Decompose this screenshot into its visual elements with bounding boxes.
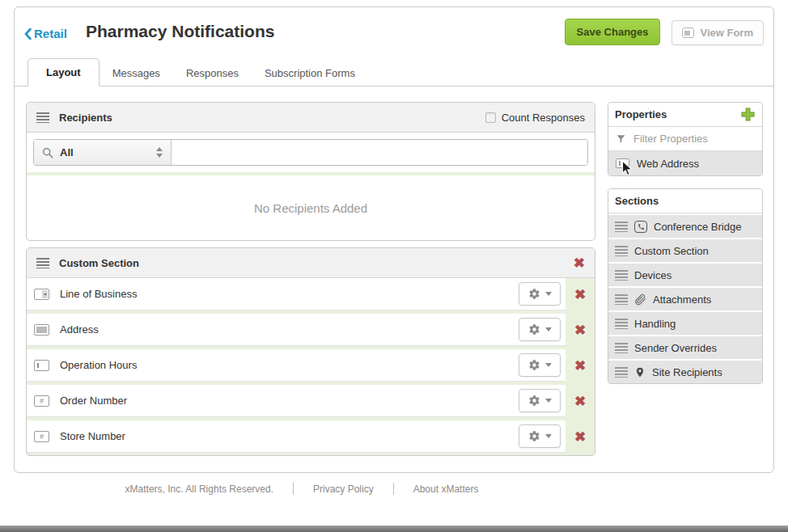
phone-icon <box>634 221 647 233</box>
property-row: Line of Business ✖ <box>27 278 595 310</box>
property-settings-button[interactable] <box>519 424 561 448</box>
property-settings-button[interactable] <box>519 318 561 341</box>
section-item-site-recipients[interactable]: Site Recipients <box>608 359 762 383</box>
filter-icon <box>616 133 626 144</box>
custom-section-header: Custom Section ✖ <box>27 248 595 278</box>
tab-layout[interactable]: Layout <box>28 58 100 87</box>
text-field-icon <box>616 158 629 168</box>
property-settings-button[interactable] <box>519 353 561 377</box>
chevron-down-icon <box>545 399 552 403</box>
drag-handle-icon <box>615 270 628 281</box>
stepper-icon <box>156 147 163 158</box>
view-form-button[interactable]: View Form <box>671 20 764 45</box>
gear-icon <box>528 323 540 336</box>
drag-handle-icon[interactable] <box>36 258 49 268</box>
back-link-retail[interactable]: Retail <box>24 27 67 40</box>
recipients-section: Recipients Count Responses All <box>26 102 595 241</box>
property-row: Address ✖ <box>27 314 595 346</box>
sections-panel-header: Sections <box>608 189 762 213</box>
privacy-policy-link[interactable]: Privacy Policy <box>313 483 374 495</box>
property-settings-button[interactable] <box>519 389 561 412</box>
section-item-label: Custom Section <box>634 245 709 257</box>
drag-handle-icon <box>615 246 628 256</box>
recipient-search-input[interactable] <box>172 140 587 165</box>
property-row: Operation Hours ✖ <box>27 349 595 382</box>
custom-section: Custom Section ✖ Line of Business ✖ A <box>26 247 595 456</box>
delete-property-icon[interactable]: ✖ <box>574 323 586 337</box>
filter-placeholder: Filter Properties <box>633 133 708 145</box>
recipient-scope-dropdown[interactable]: All <box>34 140 172 165</box>
tab-bar: Layout Messages Responses Subscription F… <box>15 59 773 87</box>
property-row-main[interactable]: Address <box>27 314 566 346</box>
footer-divider <box>393 483 394 495</box>
section-item-attachments[interactable]: Attachments <box>608 286 762 310</box>
about-xmatters-link[interactable]: About xMatters <box>413 483 479 495</box>
sections-title: Sections <box>615 195 756 207</box>
chevron-down-icon <box>545 434 552 438</box>
section-item-sender-overrides[interactable]: Sender Overrides <box>608 335 762 359</box>
screen: Retail Pharmacy Notifications Save Chang… <box>0 0 788 532</box>
text-field-icon <box>34 360 49 371</box>
tab-subscription-forms[interactable]: Subscription Forms <box>252 60 368 87</box>
select-field-icon <box>34 289 49 300</box>
property-row-main[interactable]: Line of Business <box>27 278 566 310</box>
chevron-down-icon <box>545 363 552 367</box>
back-link-label: Retail <box>34 27 67 40</box>
property-row-main[interactable]: Operation Hours <box>27 349 566 382</box>
view-form-label: View Form <box>700 27 753 39</box>
section-item-label: Sender Overrides <box>634 342 717 354</box>
drag-handle-icon <box>615 222 628 232</box>
chevron-down-icon <box>545 327 552 331</box>
delete-section-icon[interactable]: ✖ <box>574 256 585 270</box>
section-item-label: Handling <box>634 318 676 330</box>
properties-panel: Properties Filter Properties Web Address <box>608 102 763 176</box>
property-item-web-address[interactable]: Web Address <box>608 151 762 175</box>
number-field-icon: # <box>34 431 49 442</box>
recipients-header: Recipients Count Responses <box>27 103 595 133</box>
section-item-label: Attachments <box>653 293 711 306</box>
property-row-main[interactable]: # Store Number <box>27 420 566 453</box>
recipient-scope-value: All <box>60 146 150 158</box>
recipients-drop-area[interactable]: No Recipients Added <box>27 175 595 240</box>
delete-property-icon[interactable]: ✖ <box>574 288 586 302</box>
filter-properties-input[interactable]: Filter Properties <box>608 127 762 151</box>
property-item-label: Web Address <box>637 158 699 170</box>
property-row: # Order Number ✖ <box>27 385 595 417</box>
section-item-devices[interactable]: Devices <box>608 262 762 286</box>
drag-handle-icon <box>615 294 628 305</box>
properties-title: Properties <box>615 108 740 120</box>
property-label: Line of Business <box>60 288 519 300</box>
drag-handle-icon <box>615 343 628 353</box>
save-changes-button[interactable]: Save Changes <box>565 19 661 45</box>
sections-panel: Sections Conference Bridge Custom Sectio… <box>608 188 763 384</box>
paperclip-icon <box>634 293 646 306</box>
number-field-icon: # <box>34 395 49 407</box>
drag-handle-icon <box>615 367 628 378</box>
gear-icon <box>528 430 540 442</box>
footer-divider <box>293 483 294 495</box>
recipients-title: Recipients <box>59 112 112 124</box>
tab-messages[interactable]: Messages <box>100 60 173 87</box>
bottom-window-edge <box>0 526 788 532</box>
copyright-text: xMatters, Inc. All Rights Reserved. <box>125 483 273 495</box>
property-label: Order Number <box>60 395 519 407</box>
tab-responses[interactable]: Responses <box>173 60 252 87</box>
section-item-label: Devices <box>634 269 671 281</box>
recipients-toolbar: All <box>27 133 595 172</box>
page-title: Pharmacy Notifications <box>86 22 274 41</box>
gear-icon <box>528 395 540 407</box>
section-item-custom-section[interactable]: Custom Section <box>608 238 762 262</box>
drag-handle-icon[interactable] <box>36 112 49 123</box>
delete-property-icon[interactable]: ✖ <box>574 430 586 444</box>
delete-property-icon[interactable]: ✖ <box>574 359 586 373</box>
section-item-handling[interactable]: Handling <box>608 310 762 335</box>
property-settings-button[interactable] <box>519 282 561 306</box>
delete-property-icon[interactable]: ✖ <box>574 395 586 408</box>
property-row-main[interactable]: # Order Number <box>27 385 566 417</box>
section-item-conference-bridge[interactable]: Conference Bridge <box>608 213 762 238</box>
count-responses-checkbox[interactable] <box>485 112 496 123</box>
add-property-icon[interactable] <box>740 107 756 122</box>
header-actions: Save Changes View Form <box>565 19 764 45</box>
map-pin-icon <box>634 366 646 378</box>
footer: xMatters, Inc. All Rights Reserved. Priv… <box>14 483 590 495</box>
